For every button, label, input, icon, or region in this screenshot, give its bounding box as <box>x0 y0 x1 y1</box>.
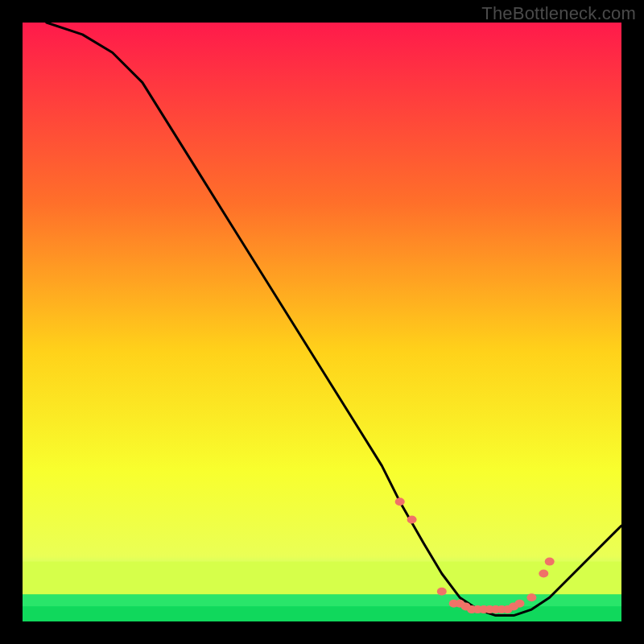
scatter-point <box>545 558 555 566</box>
scatter-point <box>395 497 405 506</box>
scatter-point <box>526 593 536 601</box>
scatter-point <box>515 600 525 608</box>
scatter-point <box>407 516 417 524</box>
scatter-point <box>437 588 447 596</box>
chart-plot-area <box>23 23 621 621</box>
chart-svg <box>23 23 621 621</box>
chart-background <box>23 23 621 621</box>
scatter-point <box>539 570 548 578</box>
chart-band <box>23 562 621 595</box>
watermark-text: TheBottleneck.com <box>481 3 636 24</box>
chart-frame: TheBottleneck.com <box>0 0 644 644</box>
